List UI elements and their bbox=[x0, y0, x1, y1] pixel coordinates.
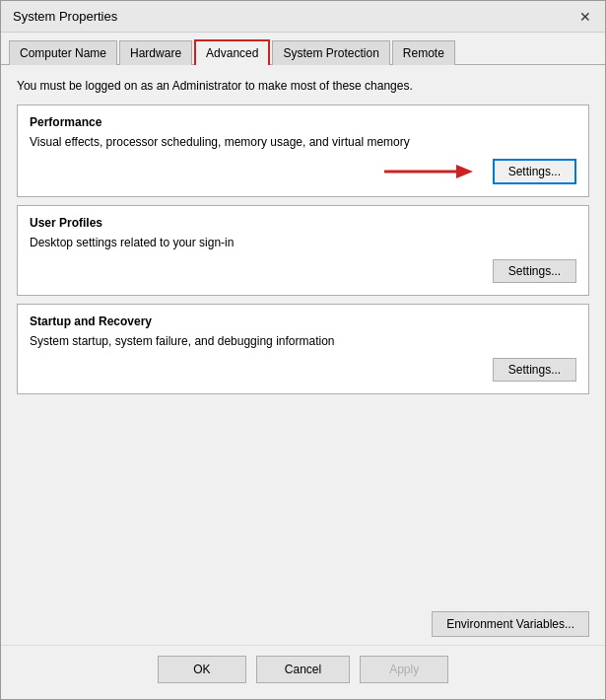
startup-recovery-title: Startup and Recovery bbox=[30, 315, 576, 328]
env-variables-row: Environment Variables... bbox=[1, 603, 605, 645]
user-profiles-title: User Profiles bbox=[30, 216, 576, 230]
apply-button[interactable]: Apply bbox=[360, 656, 448, 683]
environment-variables-button[interactable]: Environment Variables... bbox=[432, 611, 589, 637]
title-bar: System Properties ✕ bbox=[1, 1, 605, 33]
tab-advanced[interactable]: Advanced bbox=[194, 39, 270, 65]
tab-remote[interactable]: Remote bbox=[392, 40, 455, 65]
startup-recovery-section: Startup and Recovery System startup, sys… bbox=[17, 304, 589, 394]
user-profiles-settings-button[interactable]: Settings... bbox=[493, 259, 576, 283]
user-profiles-btn-row: Settings... bbox=[30, 259, 576, 283]
user-profiles-section: User Profiles Desktop settings related t… bbox=[17, 205, 589, 296]
footer: OK Cancel Apply bbox=[1, 645, 605, 699]
startup-recovery-desc: System startup, system failure, and debu… bbox=[30, 334, 576, 348]
performance-settings-button[interactable]: Settings... bbox=[493, 159, 576, 184]
startup-recovery-btn-row: Settings... bbox=[30, 358, 576, 382]
performance-desc: Visual effects, processor scheduling, me… bbox=[30, 135, 576, 149]
arrow-svg bbox=[379, 157, 478, 186]
tab-hardware[interactable]: Hardware bbox=[119, 40, 192, 65]
system-properties-window: System Properties ✕ Computer Name Hardwa… bbox=[0, 0, 606, 700]
performance-title: Performance bbox=[30, 115, 576, 129]
window-title: System Properties bbox=[13, 9, 117, 24]
performance-section: Performance Visual effects, processor sc… bbox=[17, 105, 589, 197]
info-text: You must be logged on as an Administrato… bbox=[17, 75, 589, 97]
close-button[interactable]: ✕ bbox=[573, 5, 597, 29]
tab-content: You must be logged on as an Administrato… bbox=[1, 65, 605, 603]
tab-computer-name[interactable]: Computer Name bbox=[9, 40, 117, 65]
startup-recovery-settings-button[interactable]: Settings... bbox=[493, 358, 576, 382]
tab-system-protection[interactable]: System Protection bbox=[272, 40, 389, 65]
arrow-indicator bbox=[379, 157, 478, 186]
ok-button[interactable]: OK bbox=[158, 656, 246, 683]
cancel-button[interactable]: Cancel bbox=[256, 656, 350, 683]
performance-btn-row: Settings... bbox=[30, 159, 576, 184]
tab-bar: Computer Name Hardware Advanced System P… bbox=[1, 33, 605, 65]
user-profiles-desc: Desktop settings related to your sign-in bbox=[30, 236, 576, 249]
svg-marker-1 bbox=[456, 165, 473, 178]
